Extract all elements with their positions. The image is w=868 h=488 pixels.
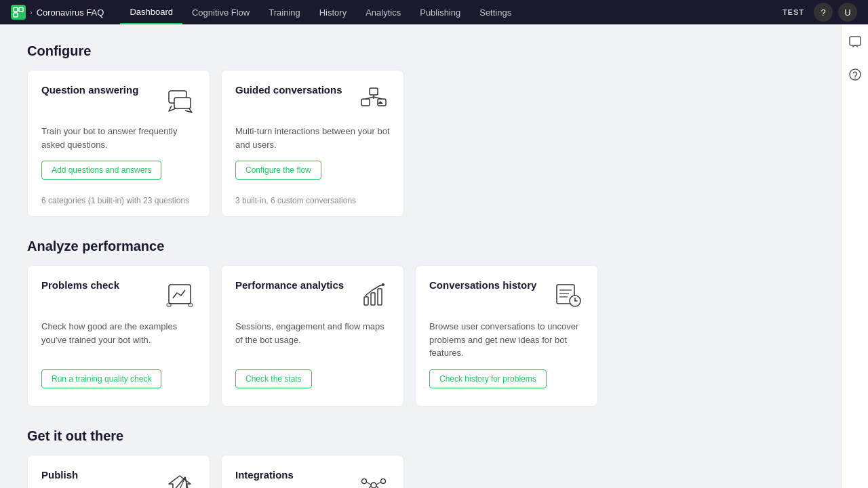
int-card-header: Integrations	[235, 469, 390, 489]
pub-card-title: Publish	[41, 469, 78, 481]
nav-cognitive-flow[interactable]: Cognitive Flow	[182, 0, 259, 24]
configure-title: Configure	[27, 43, 814, 59]
svg-rect-0	[14, 7, 18, 12]
gc-card-footer: 3 built-in, 6 custom conversations	[235, 190, 390, 205]
qa-card-footer: 6 categories (1 built-in) with 23 questi…	[41, 190, 196, 205]
pa-card-title: Performance analytics	[235, 279, 344, 291]
chat-icon[interactable]	[846, 33, 865, 52]
ch-card-header: Conversations history	[429, 279, 584, 312]
pub-card-icon	[163, 469, 196, 489]
guided-conversations-card: Guided conversations	[221, 70, 404, 217]
check-history-button[interactable]: Check history for problems	[429, 369, 547, 388]
test-button[interactable]: TEST	[778, 7, 808, 18]
user-avatar[interactable]: U	[838, 3, 857, 22]
breadcrumb-chevron: ›	[30, 8, 33, 16]
svg-rect-17	[371, 293, 375, 305]
question-answering-card: Question answering Train your bot to ans…	[27, 70, 210, 217]
integrations-card: Integrations	[221, 455, 404, 489]
pc-card-icon	[163, 279, 196, 312]
svg-line-11	[374, 97, 382, 99]
svg-line-36	[376, 486, 381, 489]
svg-point-39	[854, 77, 856, 79]
svg-rect-16	[364, 297, 368, 305]
nav-dashboard[interactable]: Dashboard	[120, 0, 182, 24]
pa-card-icon	[357, 279, 390, 312]
ch-card-icon	[551, 279, 584, 312]
svg-rect-18	[378, 289, 382, 305]
nav-links: Dashboard Cognitive Flow Training Histor…	[120, 0, 778, 24]
gc-card-header: Guided conversations	[235, 84, 390, 117]
analyze-title: Analyze performance	[27, 239, 814, 254]
svg-rect-7	[361, 99, 370, 106]
svg-line-10	[366, 97, 374, 99]
pc-card-desc: Check how good are the examples you've t…	[41, 320, 196, 360]
svg-point-30	[381, 479, 386, 483]
performance-analytics-card: Performance analytics Sessions, engage	[221, 265, 404, 407]
check-stats-button[interactable]: Check the stats	[235, 369, 312, 388]
svg-rect-5	[174, 98, 191, 108]
qa-card-header: Question answering	[41, 84, 196, 117]
qa-card-desc: Train your bot to answer frequently aske…	[41, 125, 196, 151]
pa-card-header: Performance analytics	[235, 279, 390, 312]
configure-flow-button[interactable]: Configure the flow	[235, 161, 321, 180]
svg-point-29	[362, 479, 367, 483]
svg-rect-6	[370, 88, 378, 95]
svg-rect-3	[19, 13, 23, 17]
analyze-cards-row: Problems check Check how good are the	[27, 265, 814, 407]
help-icon[interactable]: ?	[814, 3, 833, 22]
svg-line-33	[366, 482, 371, 485]
int-card-title: Integrations	[235, 469, 294, 481]
breadcrumb-label: Coronavirus FAQ	[37, 7, 104, 18]
svg-line-35	[366, 486, 371, 489]
ch-card-desc: Browse user conversations to uncover pro…	[429, 320, 584, 360]
nav-history[interactable]: History	[310, 0, 356, 24]
gc-card-title: Guided conversations	[235, 84, 342, 96]
getitout-cards-row: Publish Get the bot to work on your webs…	[27, 455, 814, 489]
int-card-icon	[357, 469, 390, 489]
gc-card-desc: Multi-turn interactions between your bot…	[235, 125, 390, 151]
question-mark-icon[interactable]	[846, 65, 865, 84]
conversations-history-card: Conversations history	[415, 265, 598, 407]
svg-point-19	[382, 283, 384, 286]
configure-cards-row: Question answering Train your bot to ans…	[27, 70, 814, 217]
ch-card-title: Conversations history	[429, 279, 536, 291]
gc-card-icon	[357, 84, 390, 117]
add-questions-button[interactable]: Add questions and answers	[41, 161, 161, 180]
nav-right: TEST ? U	[778, 3, 857, 22]
svg-rect-37	[850, 37, 861, 45]
qa-card-icon	[163, 84, 196, 117]
problems-check-card: Problems check Check how good are the	[27, 265, 210, 407]
run-quality-check-button[interactable]: Run a training quality check	[41, 369, 161, 388]
brand-icon	[11, 5, 26, 20]
pub-card-header: Publish	[41, 469, 196, 489]
analyze-section: Analyze performance Problems check	[27, 239, 814, 407]
brand-area: › Coronavirus FAQ	[11, 5, 104, 20]
getitout-section: Get it out there Publish	[27, 428, 814, 489]
svg-point-28	[371, 483, 376, 488]
pc-card-title: Problems check	[41, 279, 119, 291]
configure-section: Configure Question answering	[27, 43, 814, 217]
pa-card-desc: Sessions, engagement and flow maps of th…	[235, 320, 390, 360]
nav-publishing[interactable]: Publishing	[410, 0, 470, 24]
main-layout: Configure Question answering	[0, 24, 868, 488]
pc-card-header: Problems check	[41, 279, 196, 312]
svg-rect-1	[19, 7, 23, 12]
right-sidebar	[841, 24, 868, 488]
qa-card-title: Question answering	[41, 84, 138, 96]
nav-analytics[interactable]: Analytics	[356, 0, 410, 24]
nav-settings[interactable]: Settings	[470, 0, 521, 24]
nav-training[interactable]: Training	[259, 0, 309, 24]
main-content: Configure Question answering	[0, 24, 841, 488]
top-navigation: › Coronavirus FAQ Dashboard Cognitive Fl…	[0, 0, 868, 24]
svg-line-34	[376, 482, 381, 485]
getitout-title: Get it out there	[27, 428, 814, 444]
publish-card: Publish Get the bot to work on your webs…	[27, 455, 210, 489]
svg-rect-2	[14, 13, 18, 17]
